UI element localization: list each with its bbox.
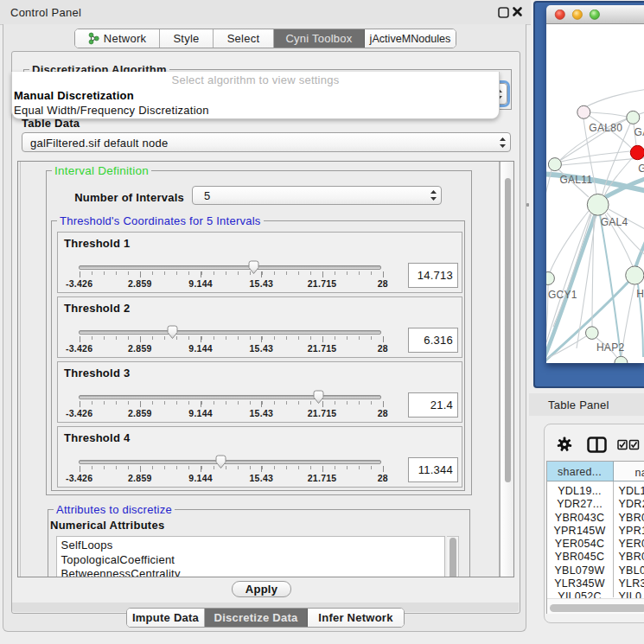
svg-text:H: H [636, 288, 644, 300]
svg-text:GAL11: GAL11 [559, 174, 592, 186]
svg-text:GAL4: GAL4 [601, 216, 628, 228]
svg-text:GA: GA [634, 126, 644, 138]
svg-text:GAL80: GAL80 [589, 122, 622, 134]
svg-text:G: G [638, 163, 644, 175]
svg-text:GCY1: GCY1 [548, 289, 577, 301]
svg-text:HAP2: HAP2 [596, 341, 625, 354]
